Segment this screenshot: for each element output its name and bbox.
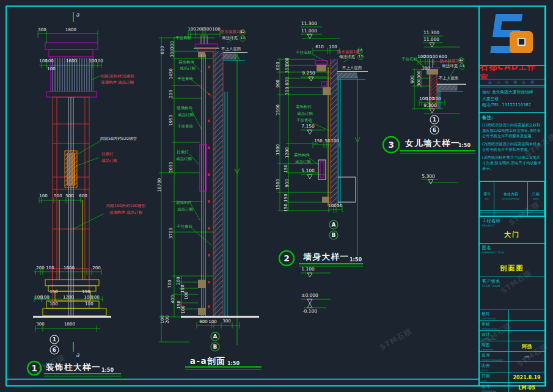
row-value — [509, 321, 544, 330]
row-label-en: SCALE — [482, 369, 507, 372]
row-label-en: DATE — [482, 379, 507, 382]
signature-row: 绘图DRAWN BY阿强 — [480, 341, 544, 351]
notes: 备注: (1)图纸所涉设计内容及版权之权利属石都CAD绘图工作室所有,未经本公司… — [480, 113, 544, 181]
row-label-en: DESIGNED BY — [482, 338, 507, 341]
signature-row: 设计DESIGNED BY — [480, 330, 544, 341]
cad-canvas: a30018001001001600100100100间隔50外衬50通明玻璃构… — [0, 0, 553, 392]
row-value: 2021.8.19 — [509, 372, 544, 382]
detail-parapet-geometry — [383, 36, 475, 184]
row-label: 监理 — [482, 353, 490, 358]
detail-column-geometry — [27, 12, 121, 376]
row-label: 日期 — [482, 374, 490, 379]
note-item: (2)图纸所述设计内容及说明未经本公司书面允许不得私自更改。 — [482, 142, 542, 153]
row-label: 图号 — [482, 384, 490, 389]
project-value: 大门 — [480, 230, 544, 239]
note-item: (3)图纸所标各类尺寸以竣工实地尺寸为准,除注明外,所有尺寸均以毫米表示。 — [482, 155, 542, 172]
revision-table: 序号NO. 修改内容DESCRIPTION 日期DATE — [480, 181, 544, 217]
title-block: 石都CAD工作室 设 计 绘 图 出 图 地址:龙头集团大厦对面恒峰 大厦三楼 … — [478, 6, 546, 386]
row-label: 设计 — [482, 332, 490, 337]
studio-address: 地址:龙头集团大厦对面恒峰 大厦三楼 电话/TEL: 13122116387 — [480, 87, 544, 113]
row-value: 阿强 — [509, 341, 544, 351]
detail-title-column: 装饰柱大样一 — [46, 362, 101, 373]
project-field: 工程名称PROJECT 大门 — [480, 217, 544, 244]
row-label: 校对 — [482, 311, 490, 316]
row-label-en: PROJECT MANAGER — [482, 358, 507, 361]
signature-row: 比例SCALE — [480, 361, 544, 372]
col-no: 序号NO. — [480, 182, 494, 211]
detail-wall-geometry — [277, 27, 368, 308]
col-description: 修改内容DESCRIPTION — [494, 182, 528, 211]
row-label: 审核 — [482, 322, 490, 327]
signature-row: 审核APPROVED BY — [480, 320, 544, 330]
signature-row: 监理PROJECT MANAGER— — [480, 351, 544, 361]
row-value — [509, 310, 544, 320]
client-field: 客户签名CLIENT NAME — [480, 277, 544, 303]
notes-title: 备注: — [482, 115, 542, 122]
detail-number-2: 2 — [284, 253, 290, 263]
row-value: — — [509, 352, 544, 361]
signature-row: 图号DRAWING No.LM-05 — [480, 382, 544, 392]
row-label: 绘图 — [482, 343, 490, 347]
row-value — [509, 362, 544, 372]
row-label-en: DRAWING No. — [482, 390, 507, 392]
detail-title-wall: 墙身大样一 — [304, 252, 350, 263]
detail-number-3: 3 — [388, 140, 394, 150]
signature-row: 校对CHECKED BY — [480, 310, 544, 320]
studio-logo — [480, 6, 544, 66]
detail-scale-column: 1:50 — [101, 368, 114, 373]
row-value: LM-05 — [509, 383, 544, 392]
signature-row: 日期DATE2021.8.19 — [480, 372, 544, 382]
detail-scale-section: 1:50 — [227, 361, 240, 366]
phone-line: 电话/TEL: 13122116387 — [482, 102, 542, 109]
section-aa-geometry — [159, 30, 262, 370]
signature-rows: 校对CHECKED BY审核APPROVED BY设计DESIGNED BY绘图… — [480, 310, 544, 386]
revision-header-row: 序号NO. 修改内容DESCRIPTION 日期DATE — [480, 182, 544, 211]
detail-title-parapet: 女儿墙大样一 — [405, 138, 460, 149]
drawing-geometry — [0, 0, 553, 392]
address-line2: 大厦三楼 — [482, 96, 542, 103]
detail-number-1: 1 — [31, 363, 37, 373]
row-label: 比例 — [482, 363, 490, 368]
studio-name: 石都CAD工作室 — [480, 66, 544, 79]
drawing-title-field: 图名DRAWING TITLE 剖面图 — [480, 244, 544, 277]
detail-scale-wall: 1:50 — [350, 257, 362, 263]
address-line1: 地址:龙头集团大厦对面恒峰 — [482, 89, 542, 96]
note-item: (1)图纸所涉设计内容及版权之权利属石都CAD绘图工作室所有,未经本公司书面允许… — [482, 123, 542, 139]
sd-logo-icon — [486, 10, 538, 62]
col-date: 日期DATE — [527, 182, 544, 211]
row-label-en: APPROVED BY — [482, 327, 507, 330]
row-value — [509, 331, 544, 341]
studio-subtitle: 设 计 绘 图 出 图 — [480, 79, 544, 87]
revision-row — [480, 214, 544, 216]
detail-title-section: a-a剖面 — [190, 356, 225, 367]
row-label-en: CHECKED BY — [482, 317, 507, 320]
drawing-title-value: 剖面图 — [480, 264, 544, 273]
detail-scale-parapet: 1:50 — [458, 143, 471, 148]
row-label-en: DRAWN BY — [482, 348, 507, 351]
